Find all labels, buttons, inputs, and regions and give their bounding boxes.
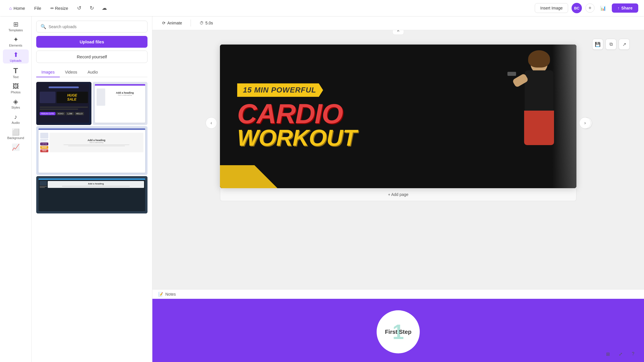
photos-icon: 🖼 <box>13 83 19 90</box>
wave-svg <box>152 299 644 305</box>
chart-icon: 📊 <box>600 5 606 11</box>
toolbar-divider <box>191 20 191 26</box>
fitness-image <box>416 45 576 188</box>
cloud-icon: ☁ <box>102 5 107 11</box>
sidebar-item-elements[interactable]: ✦ Elements <box>3 34 29 48</box>
upload-row: Add a heading <box>36 176 147 213</box>
sidebar-item-templates[interactable]: ⊞ Templates <box>3 19 29 33</box>
upload-row: COFFEE PLEASE BAKED FRESH SALE Add a hea… <box>36 126 147 175</box>
sidebar-item-text[interactable]: T Text <box>3 65 29 80</box>
slide-next-button[interactable]: › <box>579 117 591 129</box>
audio-icon: ♪ <box>14 114 17 120</box>
styles-icon: ◈ <box>13 99 18 105</box>
chart-rail-icon: 📈 <box>12 144 20 151</box>
analytics-button[interactable]: 📊 <box>598 3 608 13</box>
animate-button[interactable]: ⟳ Animate <box>158 19 186 27</box>
insert-image-button[interactable]: Insert Image <box>535 3 568 13</box>
slide-previous-button[interactable]: ‹ <box>206 117 217 129</box>
file-button[interactable]: File <box>31 4 45 12</box>
main-layout: ⊞ Templates ✦ Elements ⬆ Uploads T Text … <box>0 0 644 362</box>
copy-icon: ⧉ <box>610 42 613 47</box>
timer-button[interactable]: ⏱ 5.0s <box>195 19 217 27</box>
undo-button[interactable]: ↺ <box>74 3 84 13</box>
resize-icon: ⇔ <box>50 6 54 10</box>
undo-icon: ↺ <box>77 5 81 11</box>
chevron-left-icon: ‹ <box>210 120 212 126</box>
home-label: Home <box>14 6 25 11</box>
fullscreen-button[interactable]: ⤢ <box>615 349 626 359</box>
add-page-button[interactable]: + Add page <box>220 188 576 201</box>
sidebar-item-styles[interactable]: ◈ Styles <box>3 96 29 110</box>
slide-canvas[interactable]: 15 MIN POWERFUL CARDIO WORKOUT <box>220 45 576 188</box>
topbar-left: ⌂ Home File ⇔ Resize ↺ ↻ ☁ <box>6 3 110 13</box>
share-slide-button[interactable]: ↗ <box>619 39 630 50</box>
slide-wrapper: ‹ ↺ 15 MIN POWERFUL <box>220 45 576 201</box>
help-button[interactable]: ? <box>628 349 638 359</box>
collapse-notes-button[interactable]: ∧ <box>392 30 404 35</box>
save-slide-button[interactable]: 💾 <box>592 39 603 50</box>
step-circle: 1 First Step <box>377 310 420 353</box>
sidebar-item-chart[interactable]: 📈 <box>3 142 29 153</box>
upload-tabs: Images Videos Audio <box>36 68 147 77</box>
topbar-right: Insert Image BC + 📊 ↑ Share <box>535 3 638 13</box>
upload-thumbnail[interactable]: Add a heading <box>36 176 147 213</box>
slide-text-area: 15 MIN POWERFUL CARDIO WORKOUT <box>220 72 434 161</box>
animate-icon: ⟳ <box>162 21 166 25</box>
home-icon: ⌂ <box>9 6 12 11</box>
canvas-toolbar: ⟳ Animate ⏱ 5.0s <box>152 16 644 30</box>
topbar: ⌂ Home File ⇔ Resize ↺ ↻ ☁ Insert Image … <box>0 0 644 16</box>
notes-bar[interactable]: 📝 Notes <box>152 289 644 299</box>
share-slide-icon: ↗ <box>622 42 626 47</box>
upload-files-button[interactable]: Upload files <box>36 36 147 48</box>
upload-thumbnail[interactable]: Add a heading Add a subheading <box>93 82 148 125</box>
elements-icon: ✦ <box>13 36 18 43</box>
bottom-toolbar: ⊞ ⤢ ? <box>597 346 644 362</box>
upload-thumbnail[interactable]: HUGESALE FEEUN CUTE XOXO 1,286 <box>36 82 91 125</box>
share-button[interactable]: ↑ Share <box>612 3 638 13</box>
add-collaborator-button[interactable]: + <box>585 3 595 13</box>
upload-thumbnail[interactable]: COFFEE PLEASE BAKED FRESH SALE Add a hea… <box>36 126 147 175</box>
sidebar-item-uploads[interactable]: ⬆ Uploads <box>3 49 29 63</box>
tab-audio[interactable]: Audio <box>82 68 103 77</box>
grid-view-button[interactable]: ⊞ <box>603 349 613 359</box>
slide-actions: 💾 ⧉ ↗ <box>592 39 630 50</box>
help-icon: ? <box>632 351 635 357</box>
chevron-up-icon: ∧ <box>397 30 400 32</box>
cloud-save-button[interactable]: ☁ <box>99 3 110 13</box>
tab-images[interactable]: Images <box>36 68 60 77</box>
sidebar-item-photos[interactable]: 🖼 Photos <box>3 81 29 95</box>
templates-icon: ⊞ <box>13 21 18 28</box>
notes-icon: 📝 <box>158 292 163 296</box>
text-icon: T <box>14 67 18 74</box>
slide-badge: 15 MIN POWERFUL <box>237 83 323 97</box>
sidebar-item-background[interactable]: ⬜ Background <box>3 127 29 141</box>
copy-slide-button[interactable]: ⧉ <box>605 39 616 50</box>
sidebar-item-audio[interactable]: ♪ Audio <box>3 111 29 126</box>
upload-grid: HUGESALE FEEUN CUTE XOXO 1,286 <box>36 82 147 215</box>
grid-icon: ⊞ <box>606 351 610 357</box>
avatar[interactable]: BC <box>572 3 582 13</box>
share-icon: ↑ <box>618 6 620 10</box>
redo-icon: ↻ <box>90 5 94 11</box>
slide-workout-text: WORKOUT <box>237 126 417 149</box>
fullscreen-icon: ⤢ <box>619 351 622 357</box>
slide-cardio-text: CARDIO <box>237 101 417 126</box>
record-yourself-button[interactable]: Record yourself <box>36 51 147 63</box>
wave-section: 1 First Step <box>152 299 644 362</box>
save-icon: 💾 <box>595 42 601 47</box>
upload-row: HUGESALE FEEUN CUTE XOXO 1,286 <box>36 82 147 125</box>
chevron-right-icon: › <box>584 120 586 126</box>
canvas-area: ⟳ Animate ⏱ 5.0s 💾 ⧉ ↗ <box>152 16 644 362</box>
redo-button[interactable]: ↻ <box>87 3 97 13</box>
resize-button[interactable]: ⇔ Resize <box>47 4 72 12</box>
timer-icon: ⏱ <box>200 21 204 25</box>
tab-videos[interactable]: Videos <box>60 68 83 77</box>
background-icon: ⬜ <box>12 129 20 135</box>
uploads-icon: ⬆ <box>13 52 18 58</box>
search-icon: 🔍 <box>41 24 46 29</box>
uploads-panel: ‹ 🔍 Upload files Record yourself Images … <box>32 16 152 362</box>
icon-rail: ⊞ Templates ✦ Elements ⬆ Uploads T Text … <box>0 16 32 362</box>
search-input[interactable] <box>49 24 143 29</box>
search-box: 🔍 <box>36 21 147 32</box>
home-button[interactable]: ⌂ Home <box>6 4 28 12</box>
